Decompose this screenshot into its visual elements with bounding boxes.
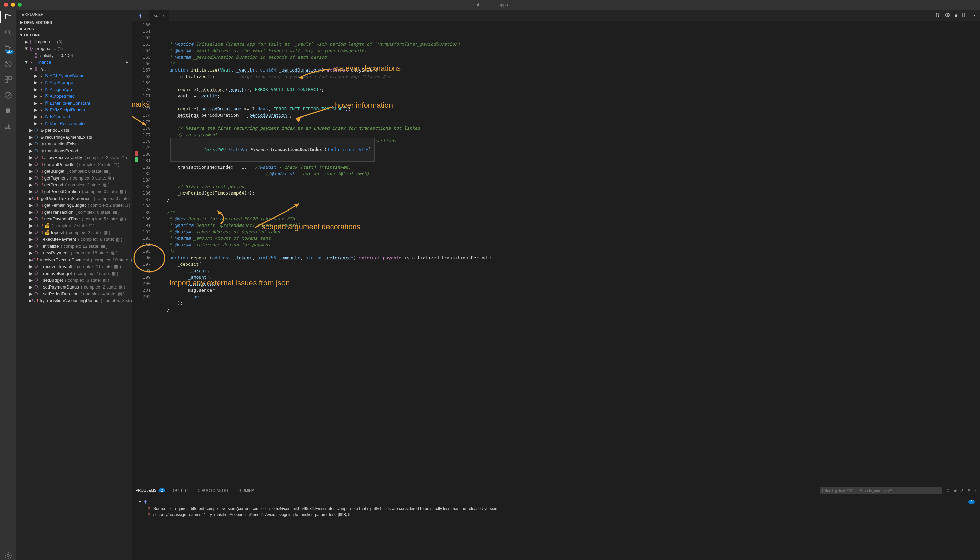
outline-item[interactable]: ▶⬥⇱ AppStorage [17, 79, 132, 86]
outline-item[interactable]: ▶⬡‼getPeriod( complex: 2 state: ▩ ) [17, 181, 132, 188]
code-editor[interactable]: (uint256) StateVar Finance.transactionsN… [156, 22, 953, 485]
tab-output[interactable]: OUTPUT [173, 487, 189, 494]
outline-item[interactable]: ▶⬡!setPeriodDuration( complex: 4 state: … [17, 290, 132, 297]
outline-item[interactable]: ▶⬡‼💰 deposit( complex: 2 state: ▩ ) [17, 229, 132, 236]
outline-item[interactable]: ▶⬡‼💰 ( complex: 2 state: □ ) [17, 222, 132, 229]
svg-rect-5 [5, 77, 8, 79]
problem-item[interactable]: ⊘Source file requires different compiler… [138, 505, 975, 512]
compare-icon[interactable] [935, 12, 940, 19]
problem-file[interactable]: ▼⧫ 2 [138, 498, 975, 505]
debug-icon[interactable] [3, 59, 13, 69]
outline-item[interactable]: ▶⬥⇱ VaultRecoverable [17, 120, 132, 127]
outline-item[interactable]: ▶⬡‼currentPeriodId( complex: 2 state: □ … [17, 161, 132, 168]
close-icon[interactable]: × [162, 13, 165, 18]
chevron-down-icon[interactable]: ∨ [968, 488, 970, 493]
problems-panel: PROBLEMS 2 OUTPUT DEBUG CONSOLE TERMINAL… [132, 485, 980, 560]
apps-section[interactable]: ▶APPS [17, 25, 132, 32]
outline-section[interactable]: ▼OUTLINE [17, 32, 132, 38]
tab-sol[interactable]: .sol × [149, 10, 169, 22]
sidebar-title: EXPLORER [17, 10, 132, 19]
test-icon[interactable] [3, 91, 13, 100]
split-icon[interactable] [962, 12, 967, 19]
outline-item[interactable]: ▶⬡!setBudget( complex: 3 state: ▩ ) [17, 277, 132, 283]
diamond-icon[interactable]: ⧫ [955, 13, 957, 18]
gutter: 1601611621631641651661671681691701711721… [132, 22, 156, 485]
minimize-window[interactable] [11, 3, 15, 7]
outline-item[interactable]: ▶{}imports... (8) [17, 38, 132, 45]
outline-item[interactable]: ▶⬡‼getRemainingBudget( complex: 2 state:… [17, 202, 132, 208]
tab-terminal[interactable]: TERMINAL [237, 487, 257, 494]
outline-item[interactable]: ▶⬥⇱ Autopetrified [17, 93, 132, 100]
close-window[interactable] [4, 3, 8, 7]
outline-item[interactable]: ▶⬡⊚ recurringPaymentExists [17, 133, 132, 140]
tab-label: .sol [153, 13, 159, 18]
outline-item[interactable]: ▶⬡‼getBudget( complex: 0 state: ▩ ) [17, 168, 132, 174]
outline-item[interactable]: {}solidity → 0.4.24 [17, 52, 132, 58]
open-editors-section[interactable]: ▶OPEN EDITORS [17, 19, 132, 25]
outline-item[interactable]: ▼{}pragma... (1) [17, 45, 132, 52]
window-title: .sol — apps [472, 2, 508, 7]
problem-item[interactable]: ⊘security/no-assign-params: "_tryTransit… [138, 512, 975, 518]
settings-gear-icon[interactable] [3, 550, 13, 560]
outline-item[interactable]: ▶⬡!receiverExecutePayment( complex: 10 s… [17, 256, 132, 263]
explorer-icon[interactable] [3, 12, 13, 22]
activity-bar: 1k+ [0, 10, 17, 560]
chevron-up-icon[interactable]: ∧ [961, 488, 963, 493]
tab-debug-console[interactable]: DEBUG CONSOLE [197, 487, 229, 494]
tab-problems[interactable]: PROBLEMS 2 [135, 487, 165, 494]
sidebar: EXPLORER ▶OPEN EDITORS ▶APPS ▼OUTLINE ▶{… [17, 10, 132, 560]
outline-item[interactable]: ▶⬥⇱ IsContract [17, 113, 132, 120]
outline-item[interactable]: ▶⬡‼getPeriodDuration( complex: 0 state: … [17, 188, 132, 195]
svg-point-1 [5, 46, 7, 47]
tab-bar: ⧫ .sol × ⧫ ⋯ [132, 10, 980, 22]
preview-icon[interactable] [945, 12, 950, 19]
outline-item[interactable]: ▶⬡‼getPeriodTokenStatement( complex: 0 s… [17, 195, 132, 202]
extensions-icon[interactable] [3, 75, 13, 85]
outline-item[interactable]: ▶⬡!removeBudget( complex: 2 state: ▩ ) [17, 270, 132, 277]
svg-point-0 [5, 30, 10, 34]
outline-item[interactable]: ▼⬥Finance● [17, 58, 132, 65]
share-icon[interactable] [3, 122, 13, 132]
gear-icon[interactable]: ⚙ [946, 488, 950, 493]
outline-item[interactable]: ▶⬡‼nextPaymentTime( complex: 5 state: ▩ … [17, 215, 132, 222]
outline-item[interactable]: ▶⬡⊚ periodExists [17, 127, 132, 133]
minimap[interactable] [953, 22, 980, 485]
collapse-icon[interactable]: ⊟ [954, 488, 957, 493]
svg-point-10 [947, 14, 948, 16]
outline-item[interactable]: ▶⬥⇱ EtherTokenConstant [17, 100, 132, 106]
bookmarks-icon[interactable] [3, 106, 13, 116]
outline-item[interactable]: ▶⬥⇱ AragonApp [17, 86, 132, 93]
hover-tooltip: (uint256) StateVar Finance.transactionsN… [170, 138, 375, 162]
outline-item[interactable]: ▶⬡‼allowRecoverability( complex: 2 state… [17, 154, 132, 161]
close-panel-icon[interactable]: × [975, 488, 977, 493]
outline-item[interactable]: ▶⬡!executePayment( complex: 8 state: ▩ ) [17, 236, 132, 243]
outline-item[interactable]: ▶⬡⊚ transitionsPeriod [17, 147, 132, 154]
outline-item[interactable]: ▶⬡‼getTransaction( complex: 0 state: ▩ ) [17, 208, 132, 215]
outline-item[interactable]: ▶⬡!tryTransitionAccountingPeriod( comple… [17, 297, 132, 304]
svg-rect-7 [5, 80, 8, 83]
search-icon[interactable] [3, 28, 13, 37]
maximize-window[interactable] [18, 3, 22, 7]
traffic-lights [4, 3, 22, 7]
outline-item[interactable]: ▶⬡!initialize( complex: 12 state: ▩ ) [17, 243, 132, 249]
problems-filter-input[interactable] [820, 487, 942, 493]
svg-rect-6 [8, 77, 11, 79]
svg-point-9 [7, 554, 9, 556]
more-icon[interactable]: ⋯ [972, 13, 977, 18]
outline-item[interactable]: ▶⬥⇱ ACLSyntaxSugar [17, 72, 132, 79]
outline-item[interactable]: ▼{}↘ ... [17, 65, 132, 72]
svg-point-8 [5, 92, 11, 98]
outline-item[interactable]: ▶⬡!setPaymentStatus( complex: 2 state: ▩… [17, 283, 132, 290]
outline-item[interactable]: ▶⬡‼getPayment( complex: 0 state: ▩ ) [17, 174, 132, 181]
titlebar: .sol — apps [0, 0, 980, 10]
source-control-icon[interactable]: 1k+ [3, 43, 13, 53]
outline-item[interactable]: ▶⬡!recoverToVault( complex: 11 state: ▩ … [17, 263, 132, 270]
outline-item[interactable]: ▶⬡!newPayment( complex: 18 state: ▩ ) [17, 249, 132, 256]
eth-icon: ⧫ [132, 10, 149, 22]
outline-item[interactable]: ▶⬥⇱ EVMScriptRunner [17, 106, 132, 113]
outline-item[interactable]: ▶⬡⊚ transactionExists [17, 140, 132, 147]
editor-area: ⧫ .sol × ⧫ ⋯ 160161162163164165166167168… [132, 10, 980, 560]
